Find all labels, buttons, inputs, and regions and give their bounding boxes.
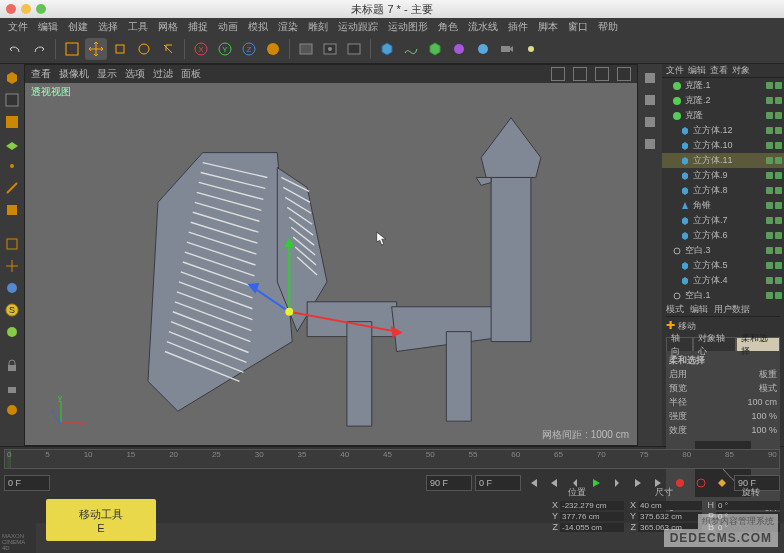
menu-animate[interactable]: 动画: [218, 20, 238, 34]
add-camera-icon[interactable]: [496, 38, 518, 60]
visibility-editor-icon[interactable]: [766, 232, 773, 239]
vp-menu-view[interactable]: 查看: [31, 67, 51, 81]
visibility-render-icon[interactable]: [775, 232, 782, 239]
visibility-render-icon[interactable]: [775, 157, 782, 164]
attr-tab-objaxis[interactable]: 对象轴心: [693, 337, 737, 351]
visibility-render-icon[interactable]: [775, 292, 782, 299]
object-row[interactable]: 立方体.10: [662, 138, 784, 153]
pos-y-field[interactable]: 377.76 cm: [560, 512, 624, 521]
vp-menu-display[interactable]: 显示: [97, 67, 117, 81]
visibility-render-icon[interactable]: [775, 277, 782, 284]
visibility-editor-icon[interactable]: [766, 262, 773, 269]
make-editable-icon[interactable]: [2, 68, 22, 88]
edge-mode-icon[interactable]: [2, 178, 22, 198]
pos-x-field[interactable]: -232.279 cm: [560, 501, 624, 510]
rotate-tool-icon[interactable]: [133, 38, 155, 60]
menu-simulate[interactable]: 模拟: [248, 20, 268, 34]
visibility-render-icon[interactable]: [775, 247, 782, 254]
render-pv-icon[interactable]: [319, 38, 341, 60]
render-view-icon[interactable]: [295, 38, 317, 60]
snap-icon[interactable]: S: [2, 300, 22, 320]
visibility-editor-icon[interactable]: [766, 112, 773, 119]
object-row[interactable]: 克隆.1: [662, 78, 784, 93]
object-row[interactable]: 空白.1: [662, 288, 784, 300]
last-tool-icon[interactable]: [157, 38, 179, 60]
object-row[interactable]: 立方体.7: [662, 213, 784, 228]
axis-icon[interactable]: [2, 256, 22, 276]
live-select-icon[interactable]: [61, 38, 83, 60]
visibility-render-icon[interactable]: [775, 172, 782, 179]
z-axis-icon[interactable]: Z: [238, 38, 260, 60]
object-row[interactable]: 角锥: [662, 198, 784, 213]
lock-icon[interactable]: [2, 356, 22, 376]
size-x-field[interactable]: 40 cm: [638, 501, 702, 510]
visibility-editor-icon[interactable]: [766, 82, 773, 89]
add-spline-icon[interactable]: [400, 38, 422, 60]
visibility-editor-icon[interactable]: [766, 277, 773, 284]
visibility-render-icon[interactable]: [775, 187, 782, 194]
point-mode-icon[interactable]: [2, 156, 22, 176]
viewport-3d[interactable]: 查看 摄像机 显示 选项 过滤 面板 透视视图: [24, 64, 638, 446]
visibility-editor-icon[interactable]: [766, 97, 773, 104]
menu-mesh[interactable]: 网格: [158, 20, 178, 34]
menu-sculpt[interactable]: 雕刻: [308, 20, 328, 34]
vp-menu-panel[interactable]: 面板: [181, 67, 201, 81]
start-frame-field[interactable]: 0 F: [4, 475, 50, 491]
menu-pipeline[interactable]: 流水线: [468, 20, 498, 34]
object-row[interactable]: 立方体.8: [662, 183, 784, 198]
object-row[interactable]: 空白.3: [662, 243, 784, 258]
menu-tools[interactable]: 工具: [128, 20, 148, 34]
add-generator-icon[interactable]: [424, 38, 446, 60]
goto-start-icon[interactable]: [524, 475, 542, 491]
menu-mograph[interactable]: 运动图形: [388, 20, 428, 34]
menu-script[interactable]: 脚本: [538, 20, 558, 34]
material-icon[interactable]: [2, 400, 22, 420]
visibility-render-icon[interactable]: [775, 262, 782, 269]
visibility-render-icon[interactable]: [775, 112, 782, 119]
visibility-render-icon[interactable]: [775, 217, 782, 224]
polygon-mode-icon[interactable]: [2, 200, 22, 220]
object-row[interactable]: 克隆.2: [662, 93, 784, 108]
menu-plugins[interactable]: 插件: [508, 20, 528, 34]
plus-icon[interactable]: ✚: [666, 319, 675, 331]
add-light-icon[interactable]: [520, 38, 542, 60]
attr-tab-softselect[interactable]: 柔和选择: [736, 337, 780, 351]
current-frame-field[interactable]: 0 F: [475, 475, 521, 491]
attr-strength-value[interactable]: 100 %: [751, 411, 777, 421]
menu-file[interactable]: 文件: [8, 20, 28, 34]
menu-window[interactable]: 窗口: [568, 20, 588, 34]
visibility-editor-icon[interactable]: [766, 172, 773, 179]
vp-menu-filter[interactable]: 过滤: [153, 67, 173, 81]
vp-layout3-icon[interactable]: [595, 67, 609, 81]
attr-tab-axis[interactable]: 轴向: [666, 337, 693, 351]
visibility-editor-icon[interactable]: [766, 127, 773, 134]
redo-button[interactable]: [28, 38, 50, 60]
add-environment-icon[interactable]: [472, 38, 494, 60]
visibility-editor-icon[interactable]: [766, 217, 773, 224]
object-row[interactable]: 立方体.12: [662, 123, 784, 138]
rt-content-icon[interactable]: [640, 134, 660, 154]
menu-create[interactable]: 创建: [68, 20, 88, 34]
visibility-editor-icon[interactable]: [766, 157, 773, 164]
visibility-editor-icon[interactable]: [766, 247, 773, 254]
attr-userdata[interactable]: 用户数据: [714, 303, 750, 316]
locked2-icon[interactable]: [2, 378, 22, 398]
timeline-ruler[interactable]: 051015202530354045505560657075808590: [0, 446, 784, 471]
viewport-scene[interactable]: [25, 83, 637, 445]
model-mode-icon[interactable]: [2, 90, 22, 110]
end-frame-field[interactable]: 90 F: [426, 475, 472, 491]
add-cube-icon[interactable]: [376, 38, 398, 60]
vp-menu-options[interactable]: 选项: [125, 67, 145, 81]
attr-falloff-value[interactable]: 100 %: [751, 425, 777, 435]
rt-structure-icon[interactable]: [640, 90, 660, 110]
texture-mode-icon[interactable]: [2, 112, 22, 132]
menu-select[interactable]: 选择: [98, 20, 118, 34]
object-row[interactable]: 立方体.4: [662, 273, 784, 288]
y-axis-icon[interactable]: Y: [214, 38, 236, 60]
visibility-render-icon[interactable]: [775, 127, 782, 134]
tweak-icon[interactable]: [2, 234, 22, 254]
om-tab-object[interactable]: 对象: [732, 64, 750, 77]
visibility-render-icon[interactable]: [775, 82, 782, 89]
visibility-editor-icon[interactable]: [766, 292, 773, 299]
coord-system-icon[interactable]: [262, 38, 284, 60]
